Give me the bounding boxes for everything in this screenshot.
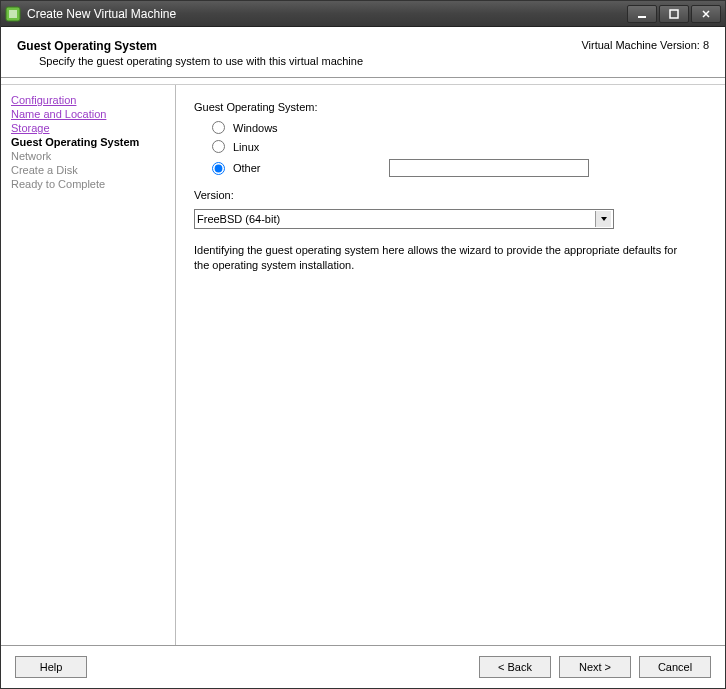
wizard-body: Configuration Name and Location Storage … [1,84,725,645]
wizard-sidebar: Configuration Name and Location Storage … [1,85,176,645]
guest-os-label: Guest Operating System: [194,101,707,113]
wizard-footer: Help < Back Next > Cancel [1,645,725,688]
wizard-window: Create New Virtual Machine Guest Operati… [0,0,726,689]
radio-windows-label: Windows [233,122,278,134]
version-section: Version: FreeBSD (64-bit) [194,189,707,229]
radio-other-label: Other [233,162,261,174]
other-text-input[interactable] [389,159,589,177]
titlebar: Create New Virtual Machine [1,1,725,27]
sidebar-item-storage[interactable]: Storage [7,121,169,135]
radio-row-other: Other [212,159,707,177]
sidebar-item-network: Network [7,149,169,163]
sidebar-item-configuration[interactable]: Configuration [7,93,169,107]
svg-rect-1 [9,10,17,18]
sidebar-item-ready: Ready to Complete [7,177,169,191]
svg-rect-3 [670,10,678,18]
next-button[interactable]: Next > [559,656,631,678]
window-controls [627,5,721,23]
radio-windows[interactable] [212,121,225,134]
info-text: Identifying the guest operating system h… [194,243,684,274]
radio-linux[interactable] [212,140,225,153]
maximize-button[interactable] [659,5,689,23]
app-icon [5,6,21,22]
vm-version-label: Virtual Machine Version: 8 [581,39,709,51]
wizard-header: Guest Operating System Specify the guest… [1,27,725,78]
radio-linux-label: Linux [233,141,259,153]
back-button[interactable]: < Back [479,656,551,678]
page-title: Guest Operating System [17,39,581,53]
sidebar-item-create-disk: Create a Disk [7,163,169,177]
window-title: Create New Virtual Machine [27,7,627,21]
help-button[interactable]: Help [15,656,87,678]
svg-rect-2 [638,16,646,18]
version-label: Version: [194,189,707,201]
sidebar-item-name-location[interactable]: Name and Location [7,107,169,121]
radio-row-windows: Windows [212,121,707,134]
radio-other[interactable] [212,162,225,175]
page-subtitle: Specify the guest operating system to us… [39,55,581,67]
chevron-down-icon [595,211,611,227]
main-panel: Guest Operating System: Windows Linux Ot… [176,85,725,645]
radio-row-linux: Linux [212,140,707,153]
version-dropdown-value: FreeBSD (64-bit) [197,213,280,225]
cancel-button[interactable]: Cancel [639,656,711,678]
guest-os-radio-group: Windows Linux Other [212,121,707,177]
sidebar-item-guest-os: Guest Operating System [7,135,169,149]
minimize-button[interactable] [627,5,657,23]
version-dropdown[interactable]: FreeBSD (64-bit) [194,209,614,229]
close-button[interactable] [691,5,721,23]
